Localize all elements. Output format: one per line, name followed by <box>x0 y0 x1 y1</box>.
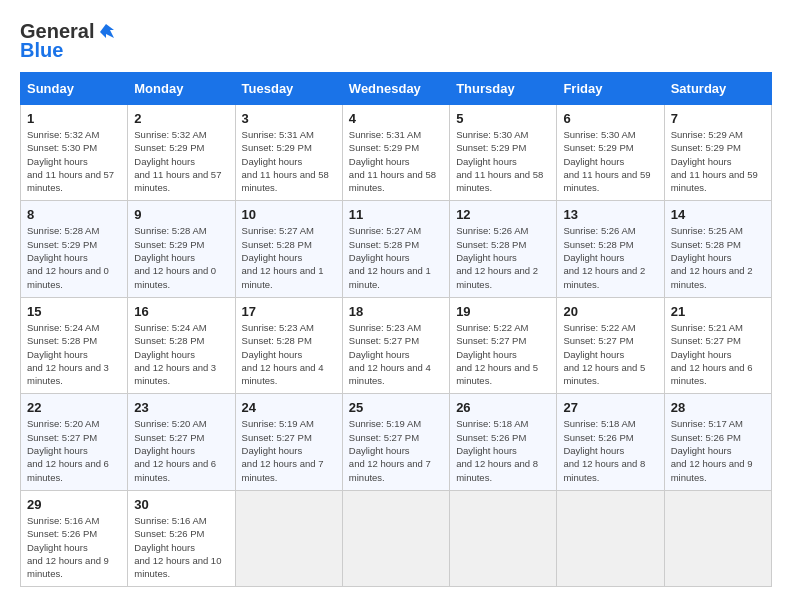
calendar-header-tuesday: Tuesday <box>235 73 342 105</box>
day-number: 30 <box>134 497 228 512</box>
calendar-cell <box>450 490 557 586</box>
calendar-week-row: 8 Sunrise: 5:28 AMSunset: 5:29 PMDayligh… <box>21 201 772 297</box>
day-info: Sunrise: 5:26 AMSunset: 5:28 PMDaylight … <box>456 224 550 290</box>
day-info: Sunrise: 5:31 AMSunset: 5:29 PMDaylight … <box>349 128 443 194</box>
day-number: 10 <box>242 207 336 222</box>
day-info: Sunrise: 5:24 AMSunset: 5:28 PMDaylight … <box>134 321 228 387</box>
calendar-cell: 2 Sunrise: 5:32 AMSunset: 5:29 PMDayligh… <box>128 105 235 201</box>
calendar-header-thursday: Thursday <box>450 73 557 105</box>
day-number: 1 <box>27 111 121 126</box>
calendar-cell: 24 Sunrise: 5:19 AMSunset: 5:27 PMDaylig… <box>235 394 342 490</box>
day-number: 23 <box>134 400 228 415</box>
calendar-cell: 22 Sunrise: 5:20 AMSunset: 5:27 PMDaylig… <box>21 394 128 490</box>
calendar-cell: 1 Sunrise: 5:32 AMSunset: 5:30 PMDayligh… <box>21 105 128 201</box>
calendar-cell: 12 Sunrise: 5:26 AMSunset: 5:28 PMDaylig… <box>450 201 557 297</box>
calendar-header-saturday: Saturday <box>664 73 771 105</box>
calendar-week-row: 22 Sunrise: 5:20 AMSunset: 5:27 PMDaylig… <box>21 394 772 490</box>
logo-text-blue: Blue <box>20 39 63 62</box>
calendar-cell: 23 Sunrise: 5:20 AMSunset: 5:27 PMDaylig… <box>128 394 235 490</box>
calendar-cell: 10 Sunrise: 5:27 AMSunset: 5:28 PMDaylig… <box>235 201 342 297</box>
calendar-week-row: 15 Sunrise: 5:24 AMSunset: 5:28 PMDaylig… <box>21 297 772 393</box>
day-number: 19 <box>456 304 550 319</box>
calendar-header-wednesday: Wednesday <box>342 73 449 105</box>
day-info: Sunrise: 5:32 AMSunset: 5:30 PMDaylight … <box>27 128 121 194</box>
logo: General Blue <box>20 20 116 62</box>
calendar-cell: 11 Sunrise: 5:27 AMSunset: 5:28 PMDaylig… <box>342 201 449 297</box>
day-info: Sunrise: 5:18 AMSunset: 5:26 PMDaylight … <box>563 417 657 483</box>
day-info: Sunrise: 5:30 AMSunset: 5:29 PMDaylight … <box>456 128 550 194</box>
calendar-cell <box>557 490 664 586</box>
calendar-week-row: 29 Sunrise: 5:16 AMSunset: 5:26 PMDaylig… <box>21 490 772 586</box>
calendar-cell: 13 Sunrise: 5:26 AMSunset: 5:28 PMDaylig… <box>557 201 664 297</box>
calendar-cell: 4 Sunrise: 5:31 AMSunset: 5:29 PMDayligh… <box>342 105 449 201</box>
day-info: Sunrise: 5:19 AMSunset: 5:27 PMDaylight … <box>349 417 443 483</box>
calendar-cell: 30 Sunrise: 5:16 AMSunset: 5:26 PMDaylig… <box>128 490 235 586</box>
day-info: Sunrise: 5:16 AMSunset: 5:26 PMDaylight … <box>27 514 121 580</box>
calendar-cell: 25 Sunrise: 5:19 AMSunset: 5:27 PMDaylig… <box>342 394 449 490</box>
day-number: 27 <box>563 400 657 415</box>
day-info: Sunrise: 5:20 AMSunset: 5:27 PMDaylight … <box>134 417 228 483</box>
day-info: Sunrise: 5:26 AMSunset: 5:28 PMDaylight … <box>563 224 657 290</box>
calendar-cell: 8 Sunrise: 5:28 AMSunset: 5:29 PMDayligh… <box>21 201 128 297</box>
day-info: Sunrise: 5:25 AMSunset: 5:28 PMDaylight … <box>671 224 765 290</box>
day-number: 9 <box>134 207 228 222</box>
calendar-header-row: SundayMondayTuesdayWednesdayThursdayFrid… <box>21 73 772 105</box>
day-info: Sunrise: 5:22 AMSunset: 5:27 PMDaylight … <box>456 321 550 387</box>
day-info: Sunrise: 5:23 AMSunset: 5:27 PMDaylight … <box>349 321 443 387</box>
calendar-table: SundayMondayTuesdayWednesdayThursdayFrid… <box>20 72 772 587</box>
day-number: 8 <box>27 207 121 222</box>
day-number: 21 <box>671 304 765 319</box>
calendar-cell: 29 Sunrise: 5:16 AMSunset: 5:26 PMDaylig… <box>21 490 128 586</box>
day-info: Sunrise: 5:18 AMSunset: 5:26 PMDaylight … <box>456 417 550 483</box>
day-number: 16 <box>134 304 228 319</box>
calendar-week-row: 1 Sunrise: 5:32 AMSunset: 5:30 PMDayligh… <box>21 105 772 201</box>
day-number: 26 <box>456 400 550 415</box>
day-info: Sunrise: 5:28 AMSunset: 5:29 PMDaylight … <box>134 224 228 290</box>
calendar-cell: 20 Sunrise: 5:22 AMSunset: 5:27 PMDaylig… <box>557 297 664 393</box>
day-number: 18 <box>349 304 443 319</box>
day-number: 15 <box>27 304 121 319</box>
calendar-cell: 26 Sunrise: 5:18 AMSunset: 5:26 PMDaylig… <box>450 394 557 490</box>
calendar-cell: 14 Sunrise: 5:25 AMSunset: 5:28 PMDaylig… <box>664 201 771 297</box>
calendar-cell: 7 Sunrise: 5:29 AMSunset: 5:29 PMDayligh… <box>664 105 771 201</box>
calendar-cell: 15 Sunrise: 5:24 AMSunset: 5:28 PMDaylig… <box>21 297 128 393</box>
calendar-cell <box>664 490 771 586</box>
day-number: 11 <box>349 207 443 222</box>
day-number: 13 <box>563 207 657 222</box>
day-number: 20 <box>563 304 657 319</box>
day-info: Sunrise: 5:19 AMSunset: 5:27 PMDaylight … <box>242 417 336 483</box>
day-info: Sunrise: 5:28 AMSunset: 5:29 PMDaylight … <box>27 224 121 290</box>
day-info: Sunrise: 5:17 AMSunset: 5:26 PMDaylight … <box>671 417 765 483</box>
calendar-header-friday: Friday <box>557 73 664 105</box>
day-info: Sunrise: 5:32 AMSunset: 5:29 PMDaylight … <box>134 128 228 194</box>
day-number: 29 <box>27 497 121 512</box>
day-info: Sunrise: 5:29 AMSunset: 5:29 PMDaylight … <box>671 128 765 194</box>
day-info: Sunrise: 5:30 AMSunset: 5:29 PMDaylight … <box>563 128 657 194</box>
day-number: 28 <box>671 400 765 415</box>
calendar-header-sunday: Sunday <box>21 73 128 105</box>
day-info: Sunrise: 5:31 AMSunset: 5:29 PMDaylight … <box>242 128 336 194</box>
day-number: 22 <box>27 400 121 415</box>
calendar-cell: 3 Sunrise: 5:31 AMSunset: 5:29 PMDayligh… <box>235 105 342 201</box>
calendar-cell: 21 Sunrise: 5:21 AMSunset: 5:27 PMDaylig… <box>664 297 771 393</box>
day-info: Sunrise: 5:20 AMSunset: 5:27 PMDaylight … <box>27 417 121 483</box>
calendar-cell: 16 Sunrise: 5:24 AMSunset: 5:28 PMDaylig… <box>128 297 235 393</box>
day-number: 25 <box>349 400 443 415</box>
calendar-cell: 18 Sunrise: 5:23 AMSunset: 5:27 PMDaylig… <box>342 297 449 393</box>
day-info: Sunrise: 5:27 AMSunset: 5:28 PMDaylight … <box>242 224 336 290</box>
day-info: Sunrise: 5:22 AMSunset: 5:27 PMDaylight … <box>563 321 657 387</box>
day-number: 5 <box>456 111 550 126</box>
logo-arrow-icon <box>96 22 116 42</box>
calendar-header-monday: Monday <box>128 73 235 105</box>
day-number: 3 <box>242 111 336 126</box>
calendar-cell: 27 Sunrise: 5:18 AMSunset: 5:26 PMDaylig… <box>557 394 664 490</box>
day-number: 12 <box>456 207 550 222</box>
calendar-cell <box>342 490 449 586</box>
day-info: Sunrise: 5:27 AMSunset: 5:28 PMDaylight … <box>349 224 443 290</box>
calendar-cell: 5 Sunrise: 5:30 AMSunset: 5:29 PMDayligh… <box>450 105 557 201</box>
day-number: 17 <box>242 304 336 319</box>
calendar-cell: 17 Sunrise: 5:23 AMSunset: 5:28 PMDaylig… <box>235 297 342 393</box>
calendar-cell: 28 Sunrise: 5:17 AMSunset: 5:26 PMDaylig… <box>664 394 771 490</box>
page-header: General Blue <box>20 20 772 62</box>
day-number: 6 <box>563 111 657 126</box>
